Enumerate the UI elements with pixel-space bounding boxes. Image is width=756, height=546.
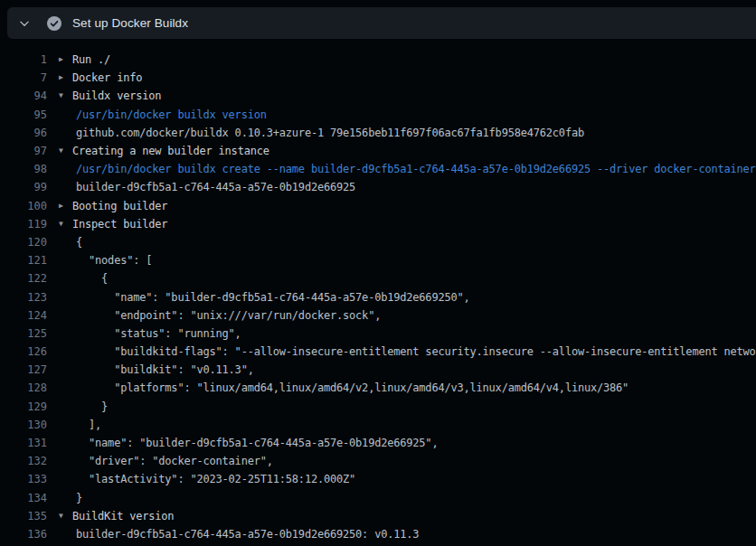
line-text: builder-d9cfb5a1-c764-445a-a57e-0b19d2e6… <box>72 181 756 193</box>
line-number[interactable]: 124 <box>0 309 47 322</box>
log-line[interactable]: 7 ▶ Docker info <box>0 69 756 87</box>
log-line: 130 ], <box>0 416 756 434</box>
line-text: Creating a new builder instance <box>72 145 756 157</box>
chevron-down-icon[interactable] <box>18 17 31 30</box>
step-header[interactable]: Set up Docker Buildx <box>7 7 756 39</box>
line-text: github.com/docker/buildx 0.10.3+azure-1 … <box>72 127 756 139</box>
line-number[interactable]: 1 <box>0 53 47 66</box>
line-number[interactable]: 125 <box>0 327 47 340</box>
expanded-group-icon: ▼ <box>47 215 72 233</box>
expanded-group-icon: ▼ <box>47 142 72 160</box>
line-number[interactable]: 136 <box>0 528 47 541</box>
line-number[interactable]: 95 <box>0 108 47 121</box>
log-line: 121 "nodes": [ <box>0 251 756 269</box>
line-text: { <box>72 236 756 249</box>
expanded-group-icon: ▼ <box>47 507 72 525</box>
log-line: 123 "name": "builder-d9cfb5a1-c764-445a-… <box>0 287 756 306</box>
log-line: 96 github.com/docker/buildx 0.10.3+azure… <box>0 124 756 142</box>
line-number[interactable]: 131 <box>0 437 47 449</box>
line-number[interactable]: 7 <box>0 71 47 84</box>
log-lines: 1 ▶ Run ./ 7 ▶ Docker info 94 ▼ Buildx v… <box>0 51 756 546</box>
log-line: 98 /usr/bin/docker buildx create --name … <box>0 160 756 178</box>
line-text: /usr/bin/docker buildx create --name bui… <box>72 163 756 175</box>
line-text: Buildx version <box>72 89 756 102</box>
log-line[interactable]: 119 ▼ Inspect builder <box>0 215 756 233</box>
collapsed-group-icon: ▶ <box>47 69 72 87</box>
line-text: "status": "running", <box>72 327 756 340</box>
log-line: 95 /usr/bin/docker buildx version <box>0 106 756 124</box>
line-text: } <box>72 400 756 413</box>
log-line: 124 "endpoint": "unix:///var/run/docker.… <box>0 306 756 325</box>
log-line[interactable]: 135 ▼ BuildKit version <box>0 507 756 525</box>
line-number[interactable]: 120 <box>0 236 47 249</box>
step-title: Set up Docker Buildx <box>72 16 188 30</box>
line-number[interactable]: 128 <box>0 381 47 394</box>
log-line: 126 "buildkitd-flags": "--allow-insecure… <box>0 343 756 361</box>
line-number[interactable]: 127 <box>0 363 47 376</box>
line-text: ], <box>72 419 756 431</box>
log-line: 128 "platforms": "linux/amd64,linux/amd6… <box>0 379 756 397</box>
line-number[interactable]: 96 <box>0 127 47 139</box>
line-text: "platforms": "linux/amd64,linux/amd64/v2… <box>72 381 756 394</box>
line-number[interactable]: 98 <box>0 163 47 175</box>
log-line[interactable]: 100 ▶ Booting builder <box>0 197 756 215</box>
line-text: "lastActivity": "2023-02-25T11:58:12.000… <box>72 473 756 485</box>
check-circle-icon <box>47 16 61 31</box>
line-number[interactable]: 123 <box>0 291 47 304</box>
log-line: 125 "status": "running", <box>0 325 756 343</box>
line-text: { <box>72 272 756 285</box>
line-text: Booting builder <box>72 200 756 212</box>
log-line: 132 "driver": "docker-container", <box>0 452 756 470</box>
collapsed-group-icon: ▶ <box>47 51 72 69</box>
log-line: 99 builder-d9cfb5a1-c764-445a-a57e-0b19d… <box>0 178 756 196</box>
line-number[interactable]: 135 <box>0 510 47 522</box>
line-number[interactable]: 100 <box>0 200 47 212</box>
line-number[interactable]: 121 <box>0 254 47 267</box>
line-text: "name": "builder-d9cfb5a1-c764-445a-a57e… <box>72 437 756 449</box>
log-line[interactable]: 97 ▼ Creating a new builder instance <box>0 142 756 160</box>
line-text: "name": "builder-d9cfb5a1-c764-445a-a57e… <box>72 291 756 304</box>
collapsed-group-icon: ▶ <box>47 197 72 215</box>
log-line[interactable]: 94 ▼ Buildx version <box>0 87 756 105</box>
line-number[interactable]: 122 <box>0 272 47 285</box>
log-line: 120 { <box>0 233 756 251</box>
line-number[interactable]: 132 <box>0 455 47 467</box>
log-line: 122 { <box>0 269 756 287</box>
log-line: 129 } <box>0 398 756 416</box>
line-text: } <box>72 492 756 504</box>
log-line: 136 builder-d9cfb5a1-c764-445a-a57e-0b19… <box>0 525 756 543</box>
line-text: Run ./ <box>72 53 756 66</box>
log-line: 131 "name": "builder-d9cfb5a1-c764-445a-… <box>0 434 756 452</box>
line-number[interactable]: 119 <box>0 218 47 231</box>
line-number[interactable]: 97 <box>0 145 47 157</box>
log-line: 134 } <box>0 489 756 507</box>
line-number[interactable]: 130 <box>0 419 47 431</box>
line-number[interactable]: 133 <box>0 473 47 485</box>
expanded-group-icon: ▼ <box>47 87 72 105</box>
log-viewer: Set up Docker Buildx 1 ▶ Run ./ 7 ▶ Dock… <box>0 0 756 546</box>
line-text: "buildkitd-flags": "--allow-insecure-ent… <box>72 345 756 358</box>
line-text: "buildkit": "v0.11.3", <box>72 363 756 376</box>
line-text: "driver": "docker-container", <box>72 455 756 467</box>
line-number[interactable]: 99 <box>0 181 47 193</box>
line-text: /usr/bin/docker buildx version <box>72 108 756 121</box>
line-text: builder-d9cfb5a1-c764-445a-a57e-0b19d2e6… <box>72 528 756 541</box>
line-number[interactable]: 94 <box>0 89 47 102</box>
line-number[interactable]: 129 <box>0 400 47 413</box>
line-text: BuildKit version <box>72 510 756 522</box>
line-text: Inspect builder <box>72 218 756 231</box>
line-text: Docker info <box>72 71 756 84</box>
log-line[interactable]: 1 ▶ Run ./ <box>0 51 756 69</box>
line-text: "nodes": [ <box>72 254 756 267</box>
log-line: 127 "buildkit": "v0.11.3", <box>0 361 756 379</box>
line-number[interactable]: 126 <box>0 345 47 358</box>
line-text: "endpoint": "unix:///var/run/docker.sock… <box>72 309 756 322</box>
log-line: 133 "lastActivity": "2023-02-25T11:58:12… <box>0 470 756 488</box>
line-number[interactable]: 134 <box>0 492 47 504</box>
